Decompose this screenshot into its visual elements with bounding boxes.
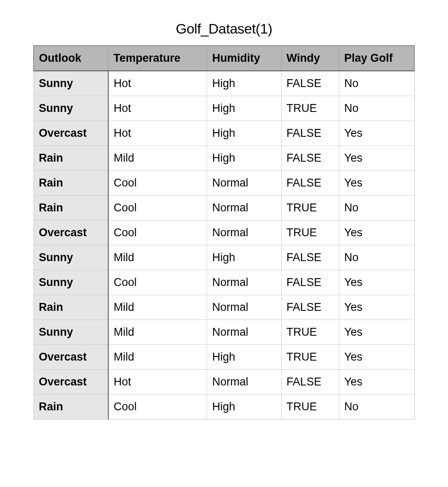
golf-dataset-table: Outlook Temperature Humidity Windy Play … [33,45,415,419]
cell-outlook: Sunny [34,270,108,295]
cell-windy: FALSE [281,121,339,146]
cell-temperature: Mild [108,245,207,270]
table-title: Golf_Dataset(1) [33,21,415,37]
table-header-row: Outlook Temperature Humidity Windy Play … [34,46,414,71]
cell-play-golf: Yes [339,345,414,370]
cell-play-golf: Yes [339,270,414,295]
cell-windy: FALSE [281,370,339,395]
cell-play-golf: Yes [339,295,414,320]
cell-humidity: Normal [207,320,281,345]
table-row: RainCoolNormalFALSEYes [34,171,414,196]
col-header-outlook: Outlook [34,46,108,71]
cell-temperature: Mild [108,345,207,370]
cell-outlook: Rain [34,395,108,419]
cell-humidity: High [207,146,281,171]
cell-windy: TRUE [281,196,339,220]
cell-windy: FALSE [281,71,339,96]
table-row: OvercastCoolNormalTRUEYes [34,220,414,245]
col-header-temperature: Temperature [108,46,207,71]
cell-humidity: Normal [207,196,281,220]
cell-outlook: Overcast [34,220,108,245]
col-header-humidity: Humidity [207,46,281,71]
cell-play-golf: Yes [339,121,414,146]
cell-windy: FALSE [281,295,339,320]
cell-temperature: Cool [108,395,207,419]
cell-outlook: Rain [34,196,108,220]
cell-outlook: Sunny [34,245,108,270]
cell-humidity: High [207,345,281,370]
cell-play-golf: Yes [339,146,414,171]
cell-windy: FALSE [281,270,339,295]
cell-temperature: Cool [108,196,207,220]
cell-play-golf: No [339,245,414,270]
cell-outlook: Sunny [34,96,108,121]
table-row: OvercastMildHighTRUEYes [34,345,414,370]
table-row: SunnyHotHighFALSENo [34,71,414,96]
cell-windy: TRUE [281,220,339,245]
cell-windy: TRUE [281,320,339,345]
cell-temperature: Hot [108,121,207,146]
cell-windy: TRUE [281,345,339,370]
col-header-windy: Windy [281,46,339,71]
cell-temperature: Cool [108,220,207,245]
col-header-play-golf: Play Golf [339,46,414,71]
table-row: RainMildNormalFALSEYes [34,295,414,320]
table-row: SunnyMildHighFALSENo [34,245,414,270]
cell-humidity: High [207,245,281,270]
cell-humidity: High [207,395,281,419]
table-row: SunnyCoolNormalFALSEYes [34,270,414,295]
cell-outlook: Sunny [34,71,108,96]
cell-windy: FALSE [281,245,339,270]
cell-play-golf: Yes [339,320,414,345]
cell-play-golf: No [339,395,414,419]
table-row: RainCoolHighTRUENo [34,395,414,419]
cell-humidity: Normal [207,171,281,196]
cell-outlook: Rain [34,295,108,320]
table-row: RainMildHighFALSEYes [34,146,414,171]
table-row: SunnyHotHighTRUENo [34,96,414,121]
cell-play-golf: No [339,196,414,220]
cell-humidity: High [207,121,281,146]
cell-humidity: High [207,71,281,96]
cell-temperature: Cool [108,270,207,295]
cell-temperature: Mild [108,295,207,320]
cell-humidity: Normal [207,220,281,245]
cell-windy: FALSE [281,171,339,196]
table-row: OvercastHotNormalFALSEYes [34,370,414,395]
cell-temperature: Cool [108,171,207,196]
cell-temperature: Mild [108,320,207,345]
table-row: OvercastHotHighFALSEYes [34,121,414,146]
cell-temperature: Hot [108,96,207,121]
cell-outlook: Overcast [34,121,108,146]
cell-outlook: Overcast [34,345,108,370]
cell-humidity: High [207,96,281,121]
cell-humidity: Normal [207,370,281,395]
cell-windy: TRUE [281,96,339,121]
cell-humidity: Normal [207,270,281,295]
cell-outlook: Rain [34,171,108,196]
cell-play-golf: No [339,96,414,121]
cell-play-golf: Yes [339,220,414,245]
cell-humidity: Normal [207,295,281,320]
cell-windy: TRUE [281,395,339,419]
cell-outlook: Sunny [34,320,108,345]
cell-outlook: Overcast [34,370,108,395]
cell-temperature: Hot [108,71,207,96]
cell-temperature: Mild [108,146,207,171]
cell-play-golf: Yes [339,171,414,196]
table-row: SunnyMildNormalTRUEYes [34,320,414,345]
cell-outlook: Rain [34,146,108,171]
cell-temperature: Hot [108,370,207,395]
table-row: RainCoolNormalTRUENo [34,196,414,220]
cell-windy: FALSE [281,146,339,171]
table-body: SunnyHotHighFALSENoSunnyHotHighTRUENoOve… [34,71,414,419]
cell-play-golf: No [339,71,414,96]
cell-play-golf: Yes [339,370,414,395]
